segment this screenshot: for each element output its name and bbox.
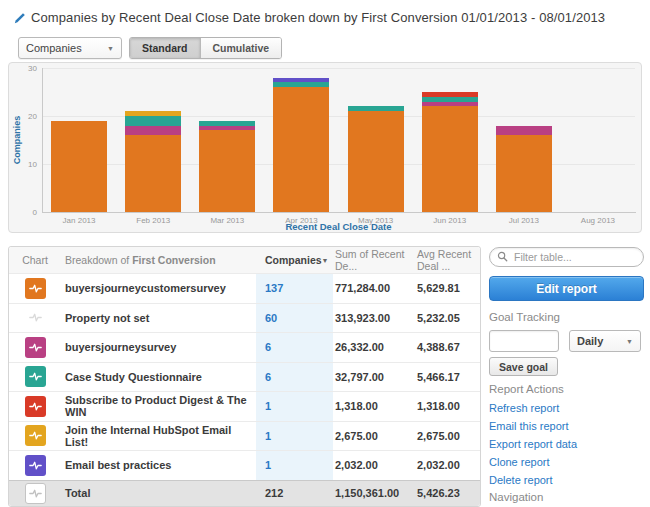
report-action-link[interactable]: Email this report bbox=[489, 420, 568, 432]
x-axis-line bbox=[42, 212, 636, 213]
pulse-icon bbox=[29, 370, 42, 383]
y-tick-label: 20 bbox=[11, 112, 37, 121]
chart-bar-segment[interactable] bbox=[125, 135, 181, 212]
page-title: Companies by Recent Deal Close Date brok… bbox=[31, 10, 605, 25]
x-tick-label: Mar 2013 bbox=[190, 216, 264, 225]
total-avg: 5,426.23 bbox=[411, 487, 480, 499]
filter-table-input[interactable] bbox=[489, 247, 644, 267]
metric-dropdown-value: Companies bbox=[26, 42, 82, 54]
table-row: Subscribe to Product Digest & The WIN11,… bbox=[9, 391, 480, 421]
sum-value: 771,284.00 bbox=[333, 282, 411, 294]
chart-bar-segment[interactable] bbox=[273, 87, 329, 212]
col-header-companies[interactable]: Companies ▼ bbox=[256, 247, 333, 273]
avg-value: 5,232.05 bbox=[411, 312, 480, 324]
pulse-icon bbox=[29, 429, 42, 442]
chart-bar-segment[interactable] bbox=[125, 116, 181, 126]
navigation-heading: Navigation bbox=[489, 491, 543, 503]
chart-panel: Companies Recent Deal Close Date 0102030… bbox=[8, 62, 642, 233]
companies-cell: 1 bbox=[256, 422, 333, 451]
report-action-link[interactable]: Delete report bbox=[489, 474, 553, 486]
series-color-swatch bbox=[25, 425, 46, 446]
standard-tab[interactable]: Standard bbox=[130, 38, 200, 58]
companies-count-link[interactable]: 6 bbox=[265, 371, 271, 383]
companies-count-link[interactable]: 6 bbox=[265, 341, 271, 353]
table-row: Case Study Questionnaire632,797.005,466.… bbox=[9, 362, 480, 392]
companies-count-link[interactable]: 1 bbox=[265, 430, 271, 442]
breakdown-label: buyersjourneycustomersurvey bbox=[61, 282, 256, 294]
breakdown-label: Case Study Questionnaire bbox=[61, 371, 256, 383]
avg-value: 5,466.17 bbox=[411, 371, 480, 383]
table-header-row: Chart Breakdown of First Conversion Comp… bbox=[9, 247, 480, 273]
chart-bar-segment[interactable] bbox=[199, 126, 255, 131]
chart-bar-segment[interactable] bbox=[422, 92, 478, 97]
total-label: Total bbox=[61, 487, 256, 499]
x-tick-label: Jan 2013 bbox=[42, 216, 116, 225]
sum-value: 2,675.00 bbox=[333, 430, 411, 442]
chart-bar-segment[interactable] bbox=[199, 121, 255, 126]
report-action-link[interactable]: Clone report bbox=[489, 456, 550, 468]
breakdown-label: Join the Internal HubSpot Email List! bbox=[61, 424, 256, 448]
pulse-icon bbox=[29, 341, 42, 354]
series-color-swatch bbox=[25, 337, 46, 358]
breakdown-label: Email best practices bbox=[61, 459, 256, 471]
save-goal-button[interactable]: Save goal bbox=[489, 357, 558, 376]
companies-count-link[interactable]: 137 bbox=[265, 282, 283, 294]
breakdown-table: Chart Breakdown of First Conversion Comp… bbox=[8, 246, 481, 507]
companies-header-label: Companies bbox=[265, 254, 322, 266]
companies-count-link[interactable]: 1 bbox=[265, 459, 271, 471]
companies-count-link[interactable]: 60 bbox=[265, 312, 277, 324]
chart-bar-segment[interactable] bbox=[273, 78, 329, 83]
metric-dropdown[interactable]: Companies ▼ bbox=[18, 37, 122, 59]
chart-bar-segment[interactable] bbox=[273, 82, 329, 87]
companies-cell: 137 bbox=[256, 274, 333, 303]
goal-value-input[interactable] bbox=[489, 330, 559, 352]
breakdown-label: Subscribe to Product Digest & The WIN bbox=[61, 394, 256, 418]
pulse-icon bbox=[29, 459, 42, 472]
y-tick-label: 30 bbox=[11, 64, 37, 73]
chart-bar-segment[interactable] bbox=[125, 126, 181, 136]
avg-value: 2,675.00 bbox=[411, 430, 480, 442]
chevron-down-icon: ▼ bbox=[626, 338, 633, 345]
chart-bar-segment[interactable] bbox=[422, 97, 478, 102]
y-tick-label: 10 bbox=[11, 160, 37, 169]
chart-bar-segment[interactable] bbox=[348, 106, 404, 111]
chart-bar-segment[interactable] bbox=[422, 106, 478, 212]
chart-icon-cell bbox=[9, 307, 61, 328]
chart-icon-cell bbox=[9, 483, 61, 504]
x-tick-label: Feb 2013 bbox=[116, 216, 190, 225]
chart-bar-segment[interactable] bbox=[125, 111, 181, 116]
x-tick-label: Jul 2013 bbox=[487, 216, 561, 225]
chart-icon-cell bbox=[9, 366, 61, 387]
avg-value: 4,388.67 bbox=[411, 341, 480, 353]
chart-controls: Companies ▼ Standard Cumulative bbox=[18, 37, 282, 59]
chart-bar-segment[interactable] bbox=[496, 135, 552, 212]
goal-interval-dropdown[interactable]: Daily ▼ bbox=[569, 330, 641, 352]
y-axis-line bbox=[42, 68, 43, 212]
chart-icon-cell bbox=[9, 396, 61, 417]
companies-cell: 1 bbox=[256, 451, 333, 480]
chart-bar-segment[interactable] bbox=[496, 126, 552, 136]
edit-pencil-icon[interactable] bbox=[14, 12, 26, 24]
total-icon-box bbox=[25, 483, 46, 504]
goal-tracking-heading: Goal Tracking bbox=[489, 311, 560, 323]
sum-value: 313,923.00 bbox=[333, 312, 411, 324]
chart-bar-segment[interactable] bbox=[348, 111, 404, 212]
breakdown-prefix: Breakdown of bbox=[65, 254, 132, 266]
sum-value: 2,032.00 bbox=[333, 459, 411, 471]
pulse-icon bbox=[29, 400, 42, 413]
chart-bar-segment[interactable] bbox=[199, 130, 255, 212]
table-row: Email best practices12,032.002,032.00 bbox=[9, 450, 480, 480]
report-action-link[interactable]: Export report data bbox=[489, 438, 577, 450]
chart-icon-cell bbox=[9, 455, 61, 476]
cumulative-tab[interactable]: Cumulative bbox=[200, 38, 282, 58]
chart-bar-segment[interactable] bbox=[422, 102, 478, 107]
x-tick-label: May 2013 bbox=[339, 216, 413, 225]
avg-value: 2,032.00 bbox=[411, 459, 480, 471]
companies-count-link[interactable]: 1 bbox=[265, 400, 271, 412]
chart-bar-segment[interactable] bbox=[51, 121, 107, 212]
series-color-swatch bbox=[25, 396, 46, 417]
report-action-link[interactable]: Refresh report bbox=[489, 402, 559, 414]
table-body: buyersjourneycustomersurvey137771,284.00… bbox=[9, 273, 480, 506]
edit-report-button[interactable]: Edit report bbox=[489, 276, 644, 301]
table-row: Property not set60313,923.005,232.05 bbox=[9, 303, 480, 333]
